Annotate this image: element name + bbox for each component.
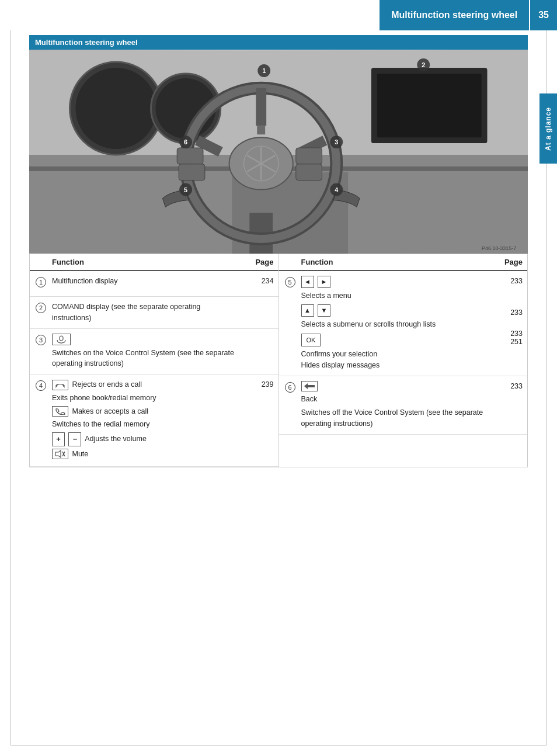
entry-block-ok: OK <box>301 334 489 347</box>
row-page <box>243 301 278 303</box>
phone-accept-desc: Makes or accepts a call <box>72 407 148 415</box>
volume-minus-icon: − <box>68 432 81 446</box>
right-arrow-icon: ► <box>318 276 330 288</box>
back-desc: Back <box>301 394 489 405</box>
svg-rect-20 <box>177 148 203 164</box>
entry-block-ud: ▲ ▼ <box>301 304 489 317</box>
circle-num: 2 <box>36 303 46 313</box>
row-function: Rejects or ends a call Exits phone book/… <box>52 379 243 462</box>
circle-num: 4 <box>36 380 46 391</box>
entry-block-back <box>301 381 489 392</box>
table-row: 5 ◄ ► Selects a menu ▲ ▼ Selects a subme… <box>279 271 528 376</box>
row-page: 233 <box>492 381 527 390</box>
left-function-table: Function Page 1 Multifunction display 23… <box>30 254 279 467</box>
page-233b: 233 <box>492 308 523 317</box>
main-content: Multifunction steering wheel <box>29 35 528 467</box>
svg-rect-37 <box>60 336 63 341</box>
row-num: 1 <box>30 276 52 287</box>
table-row: 3 Switches on the Voice Control System (… <box>30 329 278 375</box>
svg-rect-46 <box>308 385 315 387</box>
svg-text:3: 3 <box>335 138 338 145</box>
volume-desc: Adjusts the volume <box>85 435 147 443</box>
row-function: Multifunction display <box>52 276 243 287</box>
car-image-area: P46.10-3315-7 1 2 3 4 5 6 <box>29 50 528 254</box>
row-page: 233 233 233 251 <box>492 276 527 346</box>
svg-marker-45 <box>304 383 308 389</box>
back-svg <box>304 383 315 390</box>
right-header-page-col: Page <box>492 258 527 266</box>
confirms-desc: Confirms your selection <box>301 349 489 360</box>
header-bar: Multifunction steering wheel 35 <box>0 0 557 30</box>
down-arrow-icon: ▼ <box>318 304 330 317</box>
row-page: 239 <box>243 379 278 389</box>
left-arrow-icon: ◄ <box>301 276 314 288</box>
circle-num: 5 <box>285 277 295 287</box>
row-function: ◄ ► Selects a menu ▲ ▼ Selects a submenu… <box>301 276 493 371</box>
svg-text:5: 5 <box>184 186 187 193</box>
svg-rect-22 <box>296 148 322 164</box>
phone-accept-icon <box>52 406 68 417</box>
table-row: 4 Rejects or ends a call <box>30 374 278 467</box>
header-page-num: 35 <box>530 0 557 30</box>
circle-num: 1 <box>36 277 46 287</box>
svg-text:1: 1 <box>262 67 266 74</box>
row-num: 5 <box>279 276 301 287</box>
page-border-bottom <box>11 745 546 745</box>
back-icon <box>301 381 318 391</box>
entry-block-phone-accept: Makes or accepts a call <box>52 406 240 417</box>
mute-desc: Mute <box>72 450 88 458</box>
voice-icon <box>55 335 67 344</box>
row-function-text: Multifunction display <box>52 277 118 285</box>
steering-wheel-svg: P46.10-3315-7 1 2 3 4 5 6 <box>29 50 528 254</box>
row-num: 3 <box>30 334 52 345</box>
svg-text:4: 4 <box>335 186 338 193</box>
entry-block-phone-end: Rejects or ends a call <box>52 379 240 390</box>
header-title-area: Multifunction steering wheel 35 <box>380 0 557 30</box>
page-233a: 233 <box>492 277 523 285</box>
row-page <box>243 334 278 335</box>
header-title: Multifunction steering wheel <box>380 0 529 30</box>
function-tables: Function Page 1 Multifunction display 23… <box>29 254 528 467</box>
circle-num: 3 <box>36 335 46 345</box>
svg-point-7 <box>75 68 156 149</box>
left-table-header: Function Page <box>30 254 278 271</box>
phone-end-desc: Rejects or ends a call <box>72 380 142 389</box>
row-num: 6 <box>279 381 301 393</box>
left-header-num-col <box>30 258 52 266</box>
side-tab: At a glance <box>539 93 557 164</box>
row-function-text: Switches on the Voice Control System (se… <box>52 349 234 368</box>
hides-desc: Hides display messages <box>301 360 489 371</box>
svg-text:2: 2 <box>422 61 425 68</box>
right-function-table: Function Page 5 ◄ ► Selects a menu <box>279 254 528 467</box>
phone-end-svg <box>55 382 65 389</box>
row-function: COMAND display (see the separate operati… <box>52 301 243 324</box>
svg-rect-5 <box>377 74 482 137</box>
left-header-function-col: Function <box>52 258 243 266</box>
exits-phone-desc: Exits phone book/redial memory <box>52 393 240 404</box>
row-function: Switches on the Voice Control System (se… <box>52 334 243 370</box>
table-row: 1 Multifunction display 234 <box>30 271 278 297</box>
svg-text:P46.10-3315-7: P46.10-3315-7 <box>482 245 516 251</box>
car-image-placeholder: P46.10-3315-7 1 2 3 4 5 6 <box>29 50 528 254</box>
volume-plus-icon: + <box>52 432 65 446</box>
right-table-header: Function Page <box>279 254 528 271</box>
page-251: 251 <box>492 338 523 346</box>
table-row: 6 Back Switches off the Voice Control S <box>279 376 528 435</box>
section-heading: Multifunction steering wheel <box>29 35 528 50</box>
page-border-left <box>11 11 11 745</box>
selects-submenu-desc: Selects a submenu or scrolls through lis… <box>301 319 489 330</box>
svg-text:6: 6 <box>184 138 187 145</box>
switches-off-voice-desc: Switches off the Voice Control System (s… <box>301 407 489 429</box>
left-header-page-col: Page <box>243 258 278 266</box>
right-header-function-col: Function <box>301 258 493 266</box>
right-header-num-col <box>279 258 301 266</box>
svg-marker-42 <box>55 450 61 457</box>
row-page: 234 <box>243 276 278 285</box>
row-function: Back Switches off the Voice Control Syst… <box>301 381 493 429</box>
row-num: 4 <box>30 379 52 391</box>
table-row: 2 COMAND display (see the separate opera… <box>30 297 278 329</box>
entry-block-lr: ◄ ► <box>301 276 489 288</box>
phone-end-icon <box>52 380 68 390</box>
entry-block-mute: Mute <box>52 449 240 460</box>
svg-rect-21 <box>179 164 205 181</box>
